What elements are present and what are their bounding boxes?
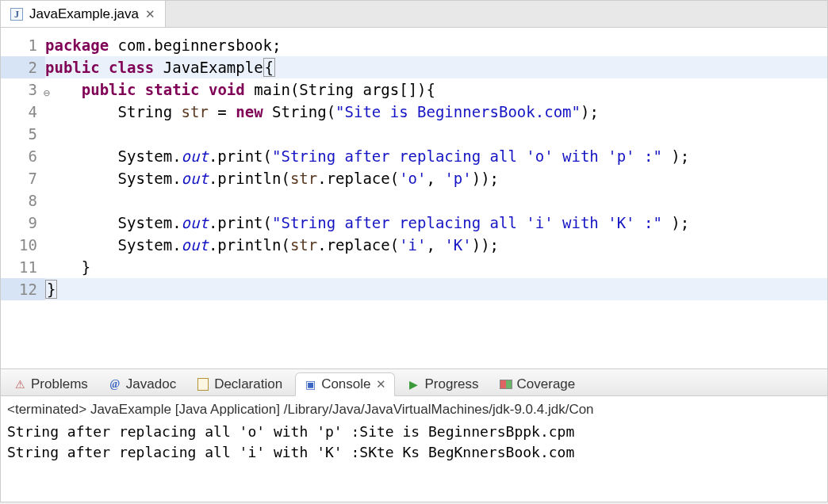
- code-line: System.out.print("String after replacing…: [45, 145, 827, 167]
- java-file-icon: J: [10, 8, 23, 21]
- line-number: 11: [1, 256, 45, 278]
- tab-declaration[interactable]: Declaration: [189, 373, 290, 395]
- tab-label: Coverage: [517, 376, 576, 392]
- tab-label: Progress: [425, 376, 479, 392]
- tab-label: Declaration: [214, 376, 282, 392]
- code-line: public class JavaExample{: [45, 56, 827, 78]
- code-line: String str = new String("Site is Beginne…: [45, 101, 827, 123]
- tab-console[interactable]: ▣ Console ✕: [295, 372, 394, 396]
- code-line: }: [45, 278, 827, 300]
- code-line: [45, 189, 827, 212]
- line-number: 1: [1, 34, 45, 56]
- console-output[interactable]: <terminated> JavaExample [Java Applicati…: [1, 396, 827, 466]
- console-line: String after replacing all 'o' with 'p' …: [7, 422, 821, 442]
- line-number: 4: [1, 101, 45, 123]
- coverage-icon: [500, 378, 512, 391]
- editor-tab[interactable]: J JavaExample.java ✕: [1, 1, 166, 27]
- code-line: package com.beginnersbook;: [45, 34, 827, 56]
- close-icon[interactable]: ✕: [376, 377, 386, 391]
- line-number: 6: [1, 145, 45, 167]
- code-line: [45, 123, 827, 145]
- console-status: <terminated> JavaExample [Java Applicati…: [7, 399, 821, 420]
- tab-progress[interactable]: ▶ Progress: [400, 373, 487, 395]
- tab-coverage[interactable]: Coverage: [492, 373, 584, 395]
- line-number: 3: [1, 78, 45, 101]
- console-icon: ▣: [304, 378, 316, 391]
- tab-label: Javadoc: [126, 376, 176, 392]
- bottom-tab-bar: ⚠ Problems @ Javadoc Declaration ▣ Conso…: [1, 369, 827, 396]
- tab-filename: JavaExample.java: [29, 6, 139, 22]
- tab-label: Console: [321, 376, 370, 392]
- line-number: 9: [1, 212, 45, 234]
- code-line: System.out.println(str.replace('i', 'K')…: [45, 234, 827, 256]
- code-line: }: [45, 256, 827, 278]
- code-line: System.out.print("String after replacing…: [45, 212, 827, 234]
- console-line: String after replacing all 'i' with 'K' …: [7, 442, 821, 463]
- code-editor[interactable]: 1 2 3 4 5 6 7 8 9 10 11 12 package com.b…: [1, 28, 827, 300]
- javadoc-icon: @: [109, 378, 121, 391]
- bottom-panel: ⚠ Problems @ Javadoc Declaration ▣ Conso…: [0, 369, 828, 502]
- editor-tab-bar: J JavaExample.java ✕: [1, 1, 827, 28]
- line-number-gutter: 1 2 3 4 5 6 7 8 9 10 11 12: [1, 34, 45, 300]
- progress-icon: ▶: [408, 378, 420, 391]
- line-number: 5: [1, 123, 45, 145]
- tab-label: Problems: [31, 376, 88, 392]
- editor-pane: J JavaExample.java ✕ 1 2 3 4 5 6 7 8 9 1…: [0, 0, 828, 369]
- close-icon[interactable]: ✕: [145, 7, 155, 21]
- code-body[interactable]: package com.beginnersbook; public class …: [45, 34, 827, 300]
- code-line: public static void main(String args[]){: [45, 78, 827, 101]
- tab-problems[interactable]: ⚠ Problems: [6, 373, 96, 395]
- line-number: 12: [1, 278, 45, 300]
- line-number: 10: [1, 234, 45, 256]
- declaration-icon: [197, 378, 209, 391]
- line-number: 7: [1, 167, 45, 189]
- line-number: 2: [1, 56, 45, 78]
- problems-icon: ⚠: [13, 378, 26, 391]
- tab-javadoc[interactable]: @ Javadoc: [101, 373, 184, 395]
- line-number: 8: [1, 189, 45, 212]
- code-line: System.out.println(str.replace('o', 'p')…: [45, 167, 827, 189]
